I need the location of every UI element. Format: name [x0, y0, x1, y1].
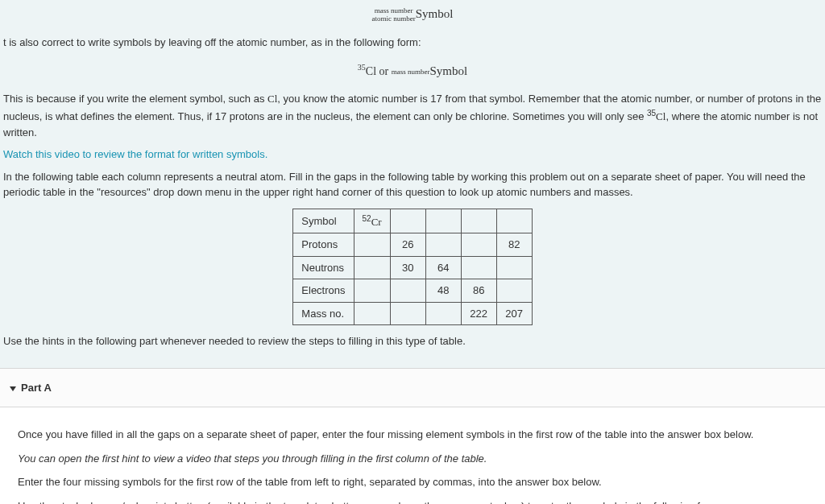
paragraph-2: This is because if you write the element… — [3, 91, 822, 140]
table-row: Neutrons 30 64 — [293, 256, 532, 279]
notation-stacked-1: mass number atomic number Symbol — [3, 0, 822, 28]
part-a-p4: Use the stacked super/subscripts button … — [18, 498, 807, 504]
part-a-p2: You can open the first hint to view a vi… — [18, 451, 807, 467]
symbol-cr: 52Cr — [354, 209, 390, 233]
atom-table: Symbol 52Cr Protons 26 82 Neutrons 30 64 — [292, 209, 532, 326]
chevron-down-icon — [10, 386, 16, 391]
watch-video-link[interactable]: Watch this video to review the format fo… — [3, 148, 267, 160]
notation-stacked-2: 35Cl or mass numberSymbol — [3, 56, 822, 85]
table-row: Protons 26 82 — [293, 233, 532, 257]
paragraph-1: t is also correct to write symbols by le… — [3, 35, 822, 51]
part-a-header[interactable]: Part A — [0, 368, 825, 408]
part-a-p3: Enter the four missing symbols for the f… — [18, 474, 807, 490]
table-row: Electrons 48 86 — [293, 279, 532, 303]
part-a-p1: Once you have filled in all the gaps on … — [18, 427, 807, 443]
paragraph-3: In the following table each column repre… — [3, 169, 822, 200]
paragraph-4: Use the hints in the following part when… — [3, 333, 822, 349]
table-row: Mass no. 222 207 — [293, 302, 532, 325]
table-row: Symbol 52Cr — [293, 209, 532, 233]
